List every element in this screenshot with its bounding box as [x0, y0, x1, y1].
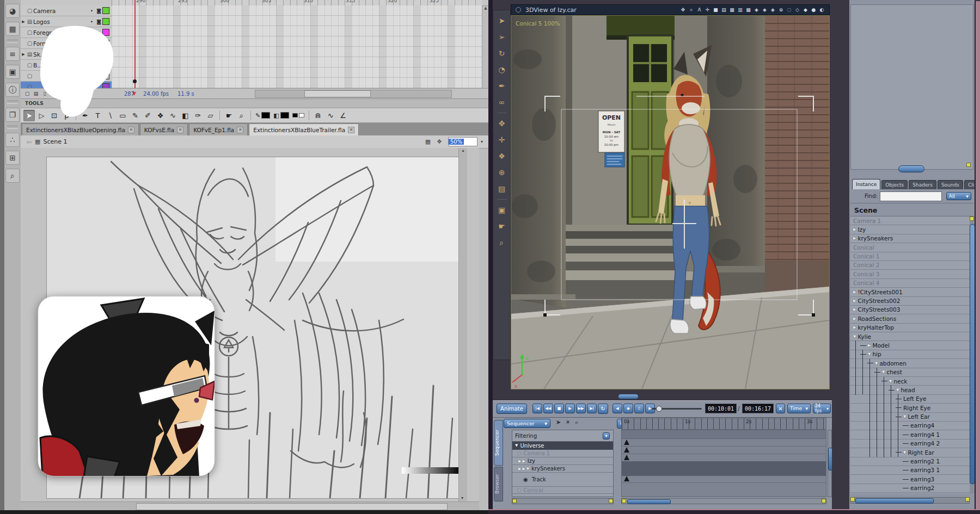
library-panel-icon[interactable]: ❐ — [5, 108, 20, 122]
edit-multiple-frames-button[interactable]: ⧉ — [75, 90, 84, 97]
stage-vertical-scrollbar[interactable]: ▴▾ — [458, 148, 467, 501]
tree-item[interactable]: ▼neck — [850, 377, 970, 386]
link-tool[interactable]: ∞ — [496, 96, 508, 108]
tree-item[interactable]: earring3 — [850, 475, 970, 484]
tree-item[interactable]: ▶CityStreets002 — [850, 297, 970, 306]
pencil-tool[interactable]: ✎ — [130, 110, 141, 121]
tree-item-label[interactable]: earring3 1 — [910, 466, 940, 474]
back-arrow-icon[interactable]: ⇦ — [26, 138, 32, 146]
tree-item-label[interactable]: Right Ear — [908, 448, 934, 457]
tree-item[interactable]: ▶CityStreets003 — [850, 306, 970, 314]
keyframe-marker[interactable] — [624, 439, 629, 445]
tree-item-label[interactable]: Camera 1 — [853, 216, 881, 225]
stage-horizontal-scrollbar[interactable] — [21, 501, 479, 511]
tree-item-label[interactable]: krySneakers — [857, 234, 893, 243]
search-panel-icon[interactable]: ⌕ — [5, 169, 20, 183]
deco-tool[interactable]: ❖ — [155, 110, 166, 121]
tree-item[interactable]: Right Eye — [850, 404, 970, 412]
sequencer-track-row[interactable]: ▶▶Izy — [512, 457, 613, 465]
expand-arrow-icon[interactable]: ▶ — [518, 451, 521, 456]
track-lane[interactable] — [622, 446, 826, 454]
layer-name[interactable]: B... — [33, 62, 88, 69]
track-lane[interactable] — [622, 475, 826, 483]
tree-item-label[interactable]: neck — [893, 377, 907, 386]
tree-expand-icon[interactable]: ▼ — [868, 350, 871, 358]
timeline-horizontal-scrollbar[interactable] — [255, 90, 452, 98]
sequencer-track-row[interactable]: ▶Camera 1 — [512, 450, 613, 457]
seq-select-icon[interactable]: ➤ — [556, 419, 561, 426]
scroll-thumb[interactable] — [136, 503, 448, 510]
go-start-button[interactable]: |◀ — [532, 404, 542, 413]
snap-magnet-button[interactable]: ⋒ — [313, 110, 324, 121]
forward-button[interactable]: ▶▶ — [576, 404, 586, 413]
pan-tool[interactable]: ☛ — [496, 220, 508, 232]
sequencer-track-row[interactable]: ▼Universe — [512, 442, 613, 450]
tree-item[interactable]: Conical 2 — [850, 261, 970, 270]
tree-item-label[interactable]: Conical 2 — [853, 261, 879, 269]
info-panel-icon[interactable]: ⓘ — [5, 83, 20, 97]
tree-item-label[interactable]: Izy — [857, 225, 866, 234]
tree-item-label[interactable]: Conical 1 — [853, 252, 879, 261]
slider-handle[interactable] — [656, 406, 662, 412]
window-dot-button[interactable] — [516, 7, 521, 13]
expand-arrow-icon[interactable]: ▶ — [522, 467, 525, 471]
view3d-title-bar[interactable]: 3DView of Izy.car ✥⌗A✛■▤▦▥▩◈◈◈⊕◌◇◆●◐ — [511, 4, 830, 15]
visibility-dot[interactable]: • — [88, 8, 95, 14]
translate-tool[interactable]: ✛ — [496, 134, 508, 146]
tree-item-label[interactable]: Left Ear — [908, 412, 929, 421]
tree-item-label[interactable]: head — [901, 386, 915, 394]
layout-rows-icon[interactable]: ▤ — [720, 7, 728, 13]
tree-item-label[interactable]: Model — [872, 341, 890, 350]
visibility-eye-icon[interactable]: ◉ — [523, 476, 528, 482]
track-lane[interactable] — [622, 454, 826, 462]
add-key-button[interactable]: ◆ — [623, 404, 633, 413]
elapsed-time-field[interactable]: 11.9 s — [177, 91, 194, 97]
tree-item[interactable]: ▼hip — [850, 350, 970, 359]
track-lane[interactable] — [622, 430, 826, 439]
tree-item-label[interactable]: !CityStreets001 — [857, 288, 902, 296]
tree-item[interactable]: earring4 2 — [850, 439, 970, 448]
tree-item[interactable]: earring4 — [850, 422, 970, 430]
document-tab[interactable]: KOFvsE.fla✕ — [140, 123, 188, 135]
layer-row[interactable]: ▢ — [21, 71, 112, 82]
tree-item[interactable]: ▶Model — [850, 341, 970, 350]
direct-select-tool[interactable]: ➢ — [496, 31, 508, 43]
browser-tab[interactable]: Browser — [494, 467, 503, 501]
transform-panel-icon[interactable]: ▣ — [5, 65, 20, 79]
sequencer-track-area[interactable] — [621, 430, 826, 497]
smooth-button[interactable]: ∿ — [325, 110, 336, 121]
hand-tool[interactable]: ☛ — [223, 110, 235, 121]
tree-item-label[interactable]: CityStreets003 — [857, 305, 900, 314]
tree-item[interactable]: ▶krySneakers — [850, 234, 970, 243]
tree-item[interactable]: Camera 1 — [850, 216, 970, 225]
tree-expand-icon[interactable]: ▼ — [853, 332, 856, 341]
pen-tool[interactable]: ✒ — [79, 110, 91, 121]
keyframe-marker[interactable] — [624, 455, 629, 460]
tree-item-label[interactable]: Conical 3 — [853, 270, 879, 278]
tree-item[interactable]: earring2 1 — [850, 457, 970, 466]
time-mode-dropdown[interactable]: Time▾ — [787, 404, 811, 413]
grid-icon[interactable]: ⌗ — [687, 7, 695, 13]
playhead[interactable] — [134, 0, 136, 88]
fps-dropdown[interactable]: 24 fps▾ — [813, 404, 831, 413]
new-folder-button[interactable]: ▤ — [32, 90, 40, 97]
layout-cols-icon[interactable]: ▥ — [736, 7, 744, 13]
animate-button[interactable]: Animate — [497, 404, 527, 414]
tree-item-label[interactable]: Left Eye — [903, 394, 926, 403]
tree-item-label[interactable]: Right Eye — [903, 404, 930, 412]
paint-bucket-tool[interactable]: ◧ — [180, 110, 191, 121]
tree-item[interactable]: ▼chest — [850, 368, 970, 377]
plane-tool[interactable]: ▤ — [496, 183, 508, 195]
sequencer-time-ruler[interactable]: 0s1s2s3s — [621, 418, 826, 430]
frame-grid[interactable] — [112, 5, 482, 88]
viewport-3d[interactable]: OPEN Hours MON - SAT 10:00 am to 20:00 p… — [511, 15, 830, 389]
panel-collapse-pill[interactable] — [898, 165, 924, 172]
fill-color-control[interactable]: ◧ — [273, 112, 289, 119]
tree-expand-icon[interactable]: ▶ — [853, 305, 856, 314]
keyframe-marker[interactable] — [624, 447, 629, 453]
scale-tool[interactable]: ❖ — [496, 150, 508, 162]
scroll-down-icon[interactable]: ▾ — [461, 496, 463, 500]
current-time-field[interactable]: 00:10:01 — [705, 404, 737, 413]
layout-quad-icon[interactable]: ▦ — [728, 7, 736, 13]
tree-item[interactable]: ▼abdomen — [850, 359, 970, 368]
